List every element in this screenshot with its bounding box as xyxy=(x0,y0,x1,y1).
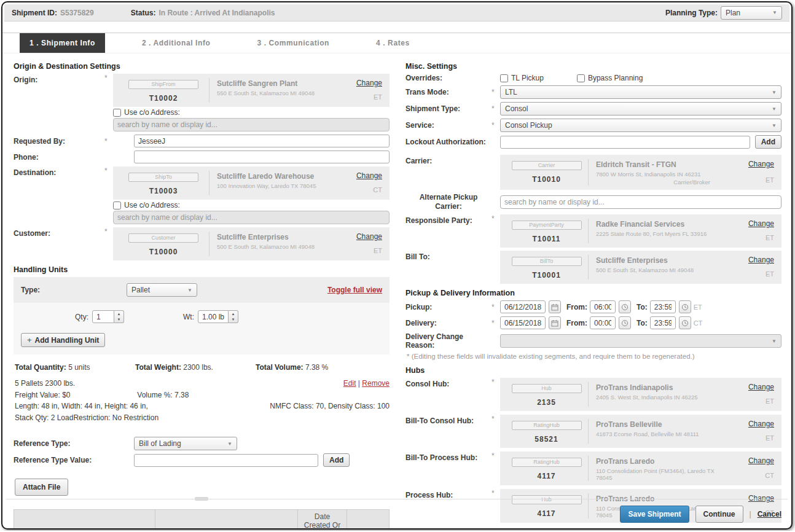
planning-type-select[interactable]: Plan ▼ xyxy=(721,6,782,20)
service-value: Consol Pickup xyxy=(505,121,552,130)
trans-mode-select[interactable]: LTL ▼ xyxy=(500,85,781,99)
required-mark: * xyxy=(104,137,113,146)
phone-input[interactable] xyxy=(134,151,390,163)
wt-input[interactable] xyxy=(198,310,229,323)
continue-button[interactable]: Continue xyxy=(695,506,743,523)
bill-to-process-hub-change-link[interactable]: Change xyxy=(748,456,774,465)
process-hub-change-link[interactable]: Change xyxy=(748,494,774,503)
billto-badge: BillTo xyxy=(512,257,582,266)
pickup-from-time-input[interactable] xyxy=(590,300,616,313)
customer-label: Customer: xyxy=(14,227,104,238)
destination-card: ShipTo T10003 Sutcliffe Laredo Warehouse… xyxy=(113,166,390,200)
handling-units-title: Handling Units xyxy=(14,265,390,274)
clock-icon[interactable] xyxy=(619,300,631,313)
tl-pickup-checkbox[interactable] xyxy=(500,74,508,82)
calendar-icon[interactable] xyxy=(549,300,561,313)
tab-rates[interactable]: 4 . Rates xyxy=(366,33,420,53)
toggle-full-view-link[interactable]: Toggle full view xyxy=(327,286,382,294)
destination-label: Destination: xyxy=(14,166,104,177)
wt-up-icon[interactable]: ▲ xyxy=(229,311,238,317)
customer-address: 500 E South St, Kalamazoo MI 49048 xyxy=(217,243,333,250)
save-shipment-button[interactable]: Save Shipment xyxy=(620,506,689,523)
required-mark: * xyxy=(491,489,500,498)
delivery-to-time-input[interactable] xyxy=(650,316,676,329)
reference-add-button[interactable]: Add xyxy=(323,453,350,467)
responsible-party-name: Radke Financial Services xyxy=(596,220,725,229)
delivery-date-input[interactable] xyxy=(500,316,546,329)
unit-dimensions: Length: 48 in, Width: 44 in, Height: 46 … xyxy=(15,401,148,412)
bill-to-change-link[interactable]: Change xyxy=(748,256,774,264)
responsible-party-label: Responsible Party: xyxy=(405,214,491,225)
lockout-authorization-input[interactable] xyxy=(500,136,750,149)
qty-input[interactable] xyxy=(92,310,114,323)
customer-name: Sutcliffe Enterprises xyxy=(217,233,333,241)
bill-to-consol-hub-name: ProTrans Belleville xyxy=(596,420,725,429)
stack-qty: Stack Qty: 2 LoadRestriction: No Restric… xyxy=(15,412,390,424)
responsible-party-card: PaymentParty T10011 Radke Financial Serv… xyxy=(500,214,781,248)
calendar-icon[interactable] xyxy=(549,316,561,329)
hu-type-select[interactable]: Pallet ▼ xyxy=(127,283,197,297)
carrier-change-link[interactable]: Change xyxy=(748,160,774,168)
service-select[interactable]: Consol Pickup ▼ xyxy=(500,119,781,132)
required-mark: * xyxy=(104,74,113,82)
bypass-planning-label: Bypass Planning xyxy=(588,74,643,82)
edit-unit-link[interactable]: Edit xyxy=(343,379,356,388)
pickup-to-label: To: xyxy=(636,303,648,311)
tab-communication[interactable]: 3 . Communication xyxy=(248,33,340,53)
destination-timezone: CT xyxy=(373,186,382,194)
attach-file-button[interactable]: Attach File xyxy=(15,479,68,496)
bypass-planning-checkbox[interactable] xyxy=(577,74,585,82)
destination-use-co-checkbox[interactable] xyxy=(113,201,121,209)
alternate-pickup-carrier-label: Alternate Pickup Carrier: xyxy=(405,193,491,211)
rating-hub-badge: RatingHub xyxy=(512,458,582,467)
clock-icon[interactable] xyxy=(679,316,691,329)
responsible-party-id: T10011 xyxy=(505,235,588,243)
bill-to-consol-hub-change-link[interactable]: Change xyxy=(748,420,774,428)
top-bar: Shipment ID: S5375829 Status: In Route :… xyxy=(4,4,789,22)
qty-up-icon[interactable]: ▲ xyxy=(114,311,123,317)
chevron-down-icon: ▼ xyxy=(187,288,192,293)
shipment-type-select[interactable]: Consol ▼ xyxy=(500,102,781,115)
consol-hub-id: 2135 xyxy=(505,398,588,407)
required-mark: * xyxy=(491,303,500,311)
required-mark: * xyxy=(491,121,500,130)
alternate-carrier-search-input[interactable] xyxy=(500,195,781,209)
destination-change-link[interactable]: Change xyxy=(356,171,382,180)
shipment-id-value: S5375829 xyxy=(60,9,94,17)
remove-unit-link[interactable]: Remove xyxy=(362,379,390,388)
consol-hub-card: Hub 2135 ProTrans Indianapolis 2405 S. W… xyxy=(500,378,781,411)
bill-to-card: BillTo T10001 Sutcliffe Enterprises 500 … xyxy=(500,251,781,284)
clock-icon[interactable] xyxy=(679,300,691,313)
consol-hub-name: ProTrans Indianapolis xyxy=(596,383,725,392)
customer-change-link[interactable]: Change xyxy=(356,232,382,241)
wt-down-icon[interactable]: ▼ xyxy=(229,317,238,323)
reference-type-select[interactable]: Bill of Lading ▼ xyxy=(134,437,237,450)
origin-use-co-checkbox[interactable] xyxy=(113,109,121,117)
pickup-from-label: From: xyxy=(566,303,587,311)
destination-co-search-input[interactable] xyxy=(113,211,390,224)
origin-co-search-input[interactable] xyxy=(113,118,390,131)
tab-additional-info[interactable]: 2 . Additional Info xyxy=(132,33,221,53)
tab-shipment-info[interactable]: 1 . Shipment Info xyxy=(20,33,105,53)
delivery-from-time-input[interactable] xyxy=(590,316,616,329)
reference-value-input[interactable] xyxy=(134,454,318,467)
reference-table: Reference Type Reference Value Date Crea… xyxy=(14,509,390,530)
consol-hub-change-link[interactable]: Change xyxy=(748,383,774,391)
add-handling-unit-button[interactable]: + Add Handling Unit xyxy=(21,333,105,347)
bill-to-process-hub-card: RatingHub 4117 ProTrans Laredo 110 Conso… xyxy=(500,452,781,485)
clock-icon[interactable] xyxy=(619,316,631,329)
cancel-link[interactable]: Cancel xyxy=(758,510,781,518)
hub-badge: Hub xyxy=(512,495,582,504)
qty-down-icon[interactable]: ▼ xyxy=(114,317,123,323)
pickup-to-time-input[interactable] xyxy=(650,300,676,313)
reference-table-header: Reference Value xyxy=(155,510,298,530)
carrier-name: Eldritch Transit - FTGN xyxy=(596,160,725,169)
responsible-party-change-link[interactable]: Change xyxy=(748,219,774,228)
delivery-change-reason-select[interactable]: ▼ xyxy=(500,334,781,348)
origin-timezone: ET xyxy=(374,93,382,101)
bill-to-label: Bill To: xyxy=(405,251,491,261)
requested-by-input[interactable] xyxy=(134,135,390,147)
pickup-date-input[interactable] xyxy=(500,300,546,313)
lockout-add-button[interactable]: Add xyxy=(755,135,781,149)
origin-change-link[interactable]: Change xyxy=(356,79,382,87)
